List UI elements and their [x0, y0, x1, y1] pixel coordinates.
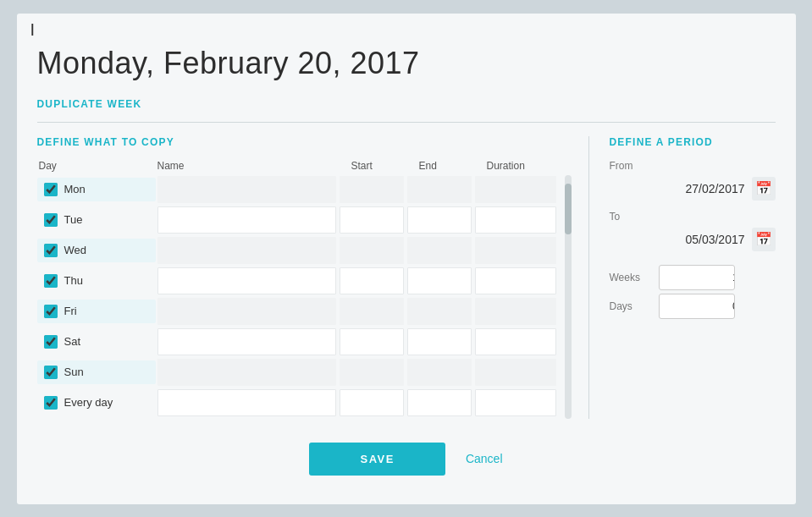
duplicate-week-dialog: I Monday, February 20, 2017 DUPLICATE WE…	[17, 14, 796, 504]
left-panel: DEFINE WHAT TO COPY Day Name Start End D…	[37, 136, 589, 419]
day-cell-fri: Fri	[37, 300, 156, 323]
weeks-input[interactable]	[660, 267, 735, 287]
day-label-tue: Tue	[64, 213, 83, 226]
end-cell-everyday	[407, 389, 472, 416]
start-cell-everyday	[340, 389, 404, 416]
right-panel: DEFINE A PERIOD From 27/02/2017 📅 To 05/…	[589, 136, 776, 419]
duration-cell-sun	[475, 359, 556, 386]
name-cell-sat	[157, 328, 336, 355]
checkbox-everyday[interactable]	[44, 396, 58, 410]
checkbox-sat[interactable]	[44, 335, 58, 349]
name-cell-sun	[157, 359, 336, 386]
cursor-indicator: I	[30, 20, 36, 40]
section-duplicate-title: DUPLICATE WEEK	[37, 98, 776, 110]
day-label-thu: Thu	[64, 274, 83, 287]
checkbox-sun[interactable]	[44, 366, 58, 379]
table-headers: Day Name Start End Duration	[37, 160, 572, 172]
content-area: DEFINE WHAT TO COPY Day Name Start End D…	[37, 136, 776, 419]
day-label-wed: Wed	[64, 244, 87, 256]
section-copy-title: DEFINE WHAT TO COPY	[37, 136, 572, 148]
end-cell-tue	[407, 206, 472, 234]
end-cell-thu	[407, 267, 472, 294]
weeks-row: Weeks ▲ ▼	[610, 265, 776, 290]
duration-cell-sat	[475, 328, 556, 355]
day-cell-tue: Tue	[37, 208, 156, 232]
table-row: Wed	[37, 236, 558, 265]
day-label-sat: Sat	[64, 335, 81, 348]
date-heading: Monday, February 20, 2017	[37, 46, 776, 81]
cancel-button[interactable]: Cancel	[466, 452, 503, 465]
days-label: Days	[610, 300, 652, 312]
name-cell-wed	[157, 237, 336, 264]
start-cell-tue	[340, 206, 404, 234]
table-row: Tue	[37, 206, 558, 234]
scrollbar[interactable]	[565, 175, 572, 419]
save-button[interactable]: SAVE	[309, 443, 445, 476]
section-period-title: DEFINE A PERIOD	[610, 136, 776, 148]
day-cell-mon: Mon	[37, 178, 156, 201]
col-header-end: End	[419, 160, 487, 172]
col-header-day: Day	[39, 160, 157, 172]
table-content: Mon Tue Wed	[37, 175, 558, 419]
to-calendar-icon[interactable]: 📅	[752, 228, 776, 251]
col-header-duration: Duration	[487, 160, 572, 172]
duration-cell-everyday	[475, 389, 556, 416]
end-cell-fri	[407, 298, 472, 325]
end-cell-sun	[407, 359, 472, 386]
table-row: Mon	[37, 175, 558, 204]
table-row: Every day	[37, 388, 558, 417]
checkbox-mon[interactable]	[44, 183, 58, 196]
from-date-row: 27/02/2017 📅	[610, 177, 776, 201]
to-label: To	[610, 211, 776, 223]
duration-cell-mon	[475, 176, 556, 203]
duration-cell-fri	[475, 298, 556, 325]
duration-cell-wed	[475, 237, 556, 264]
checkbox-fri[interactable]	[44, 305, 58, 318]
weeks-label: Weeks	[610, 272, 652, 283]
start-cell-thu	[340, 267, 404, 294]
days-input[interactable]	[660, 296, 735, 316]
from-date-value: 27/02/2017	[610, 182, 745, 195]
day-label-mon: Mon	[64, 183, 86, 195]
day-cell-everyday: Every day	[37, 391, 156, 415]
from-label: From	[610, 160, 776, 172]
table-row: Thu	[37, 267, 558, 295]
weeks-spinner[interactable]: ▲ ▼	[659, 265, 735, 290]
name-cell-everyday	[157, 389, 336, 416]
checkbox-wed[interactable]	[44, 244, 58, 257]
day-cell-thu: Thu	[37, 269, 156, 293]
start-cell-sat	[340, 328, 404, 355]
divider	[37, 122, 776, 123]
name-cell-tue	[157, 206, 336, 234]
duration-cell-tue	[475, 206, 556, 234]
day-label-fri: Fri	[64, 305, 77, 317]
day-cell-sun: Sun	[37, 360, 156, 384]
checkbox-tue[interactable]	[44, 213, 58, 227]
name-cell-thu	[157, 267, 336, 294]
col-header-name: Name	[157, 160, 351, 172]
name-cell-mon	[157, 176, 336, 203]
footer: SAVE Cancel	[37, 443, 776, 476]
checkbox-thu[interactable]	[44, 274, 58, 288]
day-cell-sat: Sat	[37, 330, 156, 354]
table-wrapper: Mon Tue Wed	[37, 175, 572, 419]
day-label-everyday: Every day	[64, 396, 113, 409]
end-cell-mon	[407, 176, 472, 203]
from-calendar-icon[interactable]: 📅	[752, 177, 776, 201]
start-cell-sun	[340, 359, 404, 386]
days-row: Days ▲ ▼	[610, 294, 776, 319]
end-cell-wed	[407, 237, 472, 264]
days-spinner[interactable]: ▲ ▼	[659, 294, 735, 319]
start-cell-wed	[340, 237, 404, 264]
to-date-value: 05/03/2017	[610, 233, 745, 246]
duration-cell-thu	[475, 267, 556, 294]
day-label-sun: Sun	[64, 366, 84, 378]
table-row: Sun	[37, 358, 558, 387]
day-cell-wed: Wed	[37, 239, 156, 262]
to-date-row: 05/03/2017 📅	[610, 228, 776, 251]
col-header-start: Start	[351, 160, 419, 172]
name-cell-fri	[157, 298, 336, 325]
end-cell-sat	[407, 328, 472, 355]
table-row: Sat	[37, 327, 558, 356]
scrollbar-thumb[interactable]	[565, 184, 572, 234]
